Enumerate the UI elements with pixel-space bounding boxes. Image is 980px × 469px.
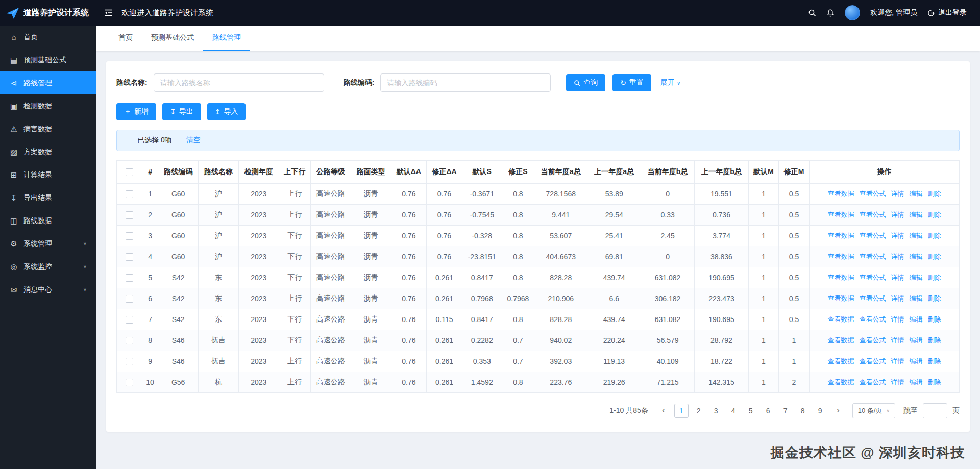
view-data-link[interactable]: 查看数据 (827, 315, 854, 323)
delete-link[interactable]: 删除 (927, 211, 941, 218)
page-number-9[interactable]: 9 (813, 404, 827, 418)
detail-link[interactable]: 详情 (891, 232, 904, 239)
edit-link[interactable]: 编辑 (909, 357, 922, 365)
row-checkbox[interactable] (126, 295, 133, 303)
sidebar-item-route-mgmt[interactable]: ⊲路线管理 (0, 71, 96, 94)
view-data-link[interactable]: 查看数据 (827, 232, 854, 239)
view-data-link[interactable]: 查看数据 (827, 253, 854, 260)
avatar[interactable] (845, 5, 860, 20)
view-formula-link[interactable]: 查看公式 (859, 253, 886, 260)
delete-link[interactable]: 删除 (927, 357, 941, 365)
view-formula-link[interactable]: 查看公式 (859, 336, 886, 344)
prev-page-button[interactable]: ‹ (656, 404, 671, 418)
page-number-2[interactable]: 2 (692, 404, 706, 418)
sidebar-item-detection[interactable]: ▣检测数据 (0, 94, 96, 117)
view-data-link[interactable]: 查看数据 (827, 357, 854, 365)
detail-link[interactable]: 详情 (891, 274, 904, 281)
search-button[interactable]: 查询 (566, 74, 605, 91)
sidebar-item-message-center[interactable]: ✉消息中心∨ (0, 278, 96, 301)
import-button[interactable]: ↥ 导入 (207, 103, 246, 120)
view-formula-link[interactable]: 查看公式 (859, 315, 886, 323)
delete-link[interactable]: 删除 (927, 294, 941, 302)
page-number-3[interactable]: 3 (709, 404, 723, 418)
row-checkbox[interactable] (126, 274, 133, 282)
tab-formula[interactable]: 预测基础公式 (142, 26, 203, 51)
route-name-input[interactable] (154, 73, 324, 92)
page-size-select[interactable]: 10 条/页 ∨ (852, 403, 895, 418)
add-button[interactable]: ＋ 新增 (116, 103, 156, 120)
sidebar-item-home[interactable]: ⌂首页 (0, 26, 96, 48)
clear-selection-link[interactable]: 清空 (186, 136, 201, 145)
tab-route-mgmt[interactable]: 路线管理 (203, 26, 250, 51)
delete-link[interactable]: 删除 (927, 274, 941, 281)
select-all-checkbox[interactable] (126, 168, 133, 176)
detail-link[interactable]: 详情 (891, 378, 904, 386)
tab-home[interactable]: 首页 (109, 26, 142, 51)
page-number-4[interactable]: 4 (726, 404, 741, 418)
page-number-6[interactable]: 6 (761, 404, 775, 418)
logout-button[interactable]: 退出登录 (927, 8, 967, 17)
row-checkbox[interactable] (126, 358, 133, 365)
edit-link[interactable]: 编辑 (909, 274, 922, 281)
next-page-button[interactable]: › (831, 404, 845, 418)
detail-link[interactable]: 详情 (891, 253, 904, 260)
detail-link[interactable]: 详情 (891, 190, 904, 198)
detail-link[interactable]: 详情 (891, 211, 904, 218)
page-number-7[interactable]: 7 (778, 404, 793, 418)
detail-link[interactable]: 详情 (891, 357, 904, 365)
sidebar-item-plan[interactable]: ▨方案数据 (0, 140, 96, 163)
edit-link[interactable]: 编辑 (909, 211, 922, 218)
view-formula-link[interactable]: 查看公式 (859, 378, 886, 386)
view-data-link[interactable]: 查看数据 (827, 211, 854, 218)
edit-link[interactable]: 编辑 (909, 253, 922, 260)
view-data-link[interactable]: 查看数据 (827, 336, 854, 344)
page-number-8[interactable]: 8 (796, 404, 810, 418)
detail-link[interactable]: 详情 (891, 336, 904, 344)
row-checkbox[interactable] (126, 232, 133, 240)
sidebar-item-calc-result[interactable]: ⊞计算结果 (0, 163, 96, 186)
bell-icon[interactable] (826, 9, 835, 17)
detail-link[interactable]: 详情 (891, 294, 904, 302)
export-button[interactable]: ↧ 导出 (162, 103, 201, 120)
delete-link[interactable]: 删除 (927, 378, 941, 386)
sidebar-item-route-data[interactable]: ◫路线数据 (0, 209, 96, 232)
row-checkbox[interactable] (126, 379, 133, 386)
delete-link[interactable]: 删除 (927, 336, 941, 344)
reset-button[interactable]: ↻ 重置 (612, 74, 651, 91)
view-data-link[interactable]: 查看数据 (827, 294, 854, 302)
view-formula-link[interactable]: 查看公式 (859, 274, 886, 281)
detail-link[interactable]: 详情 (891, 315, 904, 323)
row-checkbox[interactable] (126, 211, 133, 219)
search-icon[interactable] (808, 9, 816, 17)
view-formula-link[interactable]: 查看公式 (859, 232, 886, 239)
page-number-1[interactable]: 1 (674, 404, 689, 418)
edit-link[interactable]: 编辑 (909, 232, 922, 239)
sidebar-item-export-result[interactable]: ↧导出结果 (0, 186, 96, 209)
expand-link[interactable]: 展开 ∨ (660, 78, 680, 87)
view-data-link[interactable]: 查看数据 (827, 190, 854, 198)
delete-link[interactable]: 删除 (927, 190, 941, 198)
sidebar-item-sys-mgmt[interactable]: ⚙系统管理∨ (0, 232, 96, 255)
sidebar-item-formula[interactable]: ▤预测基础公式 (0, 48, 96, 71)
edit-link[interactable]: 编辑 (909, 190, 922, 198)
edit-link[interactable]: 编辑 (909, 315, 922, 323)
view-formula-link[interactable]: 查看公式 (859, 190, 886, 198)
jump-page-input[interactable] (923, 403, 947, 418)
sidebar-item-disease[interactable]: ⚠病害数据 (0, 117, 96, 140)
sidebar-item-sys-monitor[interactable]: ◎系统监控∨ (0, 255, 96, 278)
row-checkbox[interactable] (126, 337, 133, 344)
row-checkbox[interactable] (126, 253, 133, 261)
delete-link[interactable]: 删除 (927, 315, 941, 323)
edit-link[interactable]: 编辑 (909, 378, 922, 386)
delete-link[interactable]: 删除 (927, 253, 941, 260)
delete-link[interactable]: 删除 (927, 232, 941, 239)
view-formula-link[interactable]: 查看公式 (859, 211, 886, 218)
view-data-link[interactable]: 查看数据 (827, 274, 854, 281)
route-code-input[interactable] (380, 73, 551, 92)
row-checkbox[interactable] (126, 190, 133, 198)
view-data-link[interactable]: 查看数据 (827, 378, 854, 386)
view-formula-link[interactable]: 查看公式 (859, 294, 886, 302)
row-checkbox[interactable] (126, 316, 133, 324)
page-number-5[interactable]: 5 (744, 404, 758, 418)
menu-collapse-icon[interactable] (104, 9, 113, 17)
